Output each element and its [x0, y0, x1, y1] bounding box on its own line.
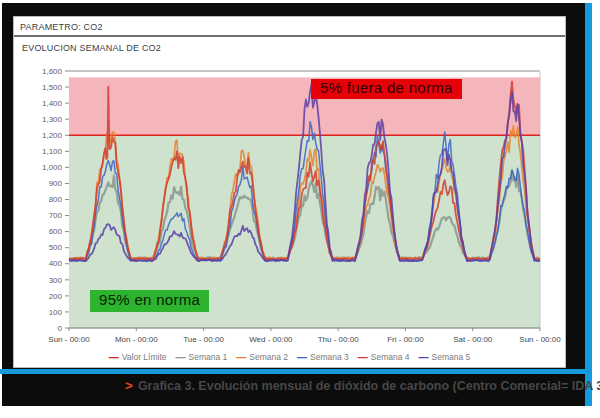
y-tick-label: 1,600 [42, 67, 63, 76]
y-tick-label: 1,100 [42, 147, 63, 156]
y-tick-label: 600 [49, 227, 63, 236]
y-tick-label: 1,300 [42, 115, 63, 124]
x-tick-label: Sat - 00:00 [453, 335, 493, 344]
y-tick-label: 1,000 [42, 163, 63, 172]
y-tick-label: 800 [49, 195, 63, 204]
legend-item: —Semana 2 [236, 352, 288, 363]
legend-label: Valor Límite [122, 352, 167, 362]
plot-area: 01002003004005006007008009001,0001,1001,… [14, 57, 567, 349]
legend-dash-icon: — [418, 352, 427, 363]
x-axis: Sun - 00:00Mon - 00:00Tue - 00:00Wed - 0… [48, 328, 561, 344]
y-tick-label: 900 [49, 179, 63, 188]
caption-text: Grafica 3. Evolución mensual de dióxido … [138, 379, 600, 393]
caption-arrow-icon: > [125, 378, 133, 393]
x-tick-label: Wed - 00:00 [249, 335, 293, 344]
chart-panel: PARAMETRO: CO2 EVOLUCION SEMANAL DE CO2 … [13, 16, 566, 368]
x-tick-label: Mon - 00:00 [115, 335, 158, 344]
legend-item: —Semana 3 [297, 352, 349, 363]
y-tick-label: 400 [49, 259, 63, 268]
chart-legend: —Valor Límite—Semana 1—Semana 2—Semana 3… [14, 347, 565, 367]
x-tick-label: Sun - 00:00 [519, 335, 561, 344]
legend-label: Semana 3 [310, 352, 349, 362]
x-tick-label: Sun - 00:00 [48, 335, 90, 344]
legend-item: —Semana 4 [358, 352, 410, 363]
legend-item: —Semana 1 [175, 352, 227, 363]
header-divider [14, 35, 565, 37]
y-axis: 01002003004005006007008009001,0001,1001,… [42, 67, 69, 333]
legend-label: Semana 1 [188, 352, 227, 362]
legend-dash-icon: — [297, 352, 306, 363]
legend-dash-icon: — [175, 352, 184, 363]
in-norm-label: 95% en norma [90, 290, 209, 312]
figure-caption: >Grafica 3. Evolución mensual de dióxido… [0, 378, 592, 393]
legend-label: Semana 2 [249, 352, 288, 362]
x-tick-label: Tue - 00:00 [183, 335, 224, 344]
legend-dash-icon: — [358, 352, 367, 363]
y-tick-label: 1,200 [42, 131, 63, 140]
legend-label: Semana 5 [431, 352, 470, 362]
y-tick-label: 0 [58, 324, 63, 333]
parameter-header: PARAMETRO: CO2 [20, 22, 103, 32]
y-tick-label: 100 [49, 308, 63, 317]
legend-item: —Valor Límite [109, 352, 167, 363]
legend-item: —Semana 5 [418, 352, 470, 363]
y-tick-label: 1,500 [42, 83, 63, 92]
y-tick-label: 1,400 [42, 99, 63, 108]
x-tick-label: Fri - 00:00 [387, 335, 424, 344]
out-of-norm-label: 5% fuera de norma [311, 79, 462, 99]
y-tick-label: 200 [49, 292, 63, 301]
legend-label: Semana 4 [371, 352, 410, 362]
blue-accent-line [0, 369, 592, 374]
legend-dash-icon: — [109, 352, 118, 363]
chart-title: EVOLUCION SEMANAL DE CO2 [22, 43, 161, 53]
legend-dash-icon: — [236, 352, 245, 363]
x-tick-label: Thu - 00:00 [318, 335, 359, 344]
y-tick-label: 700 [49, 211, 63, 220]
y-tick-label: 500 [49, 243, 63, 252]
y-tick-label: 300 [49, 276, 63, 285]
